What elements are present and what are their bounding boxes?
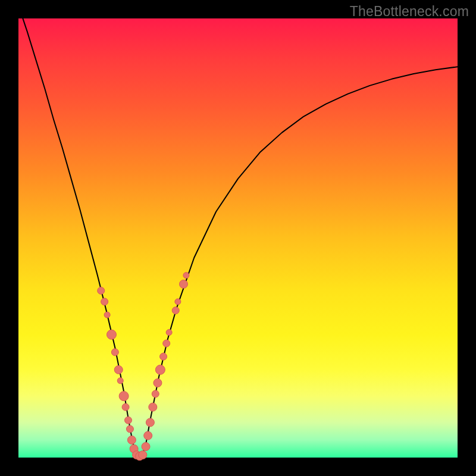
- scatter-point: [179, 280, 187, 288]
- scatter-point: [142, 443, 150, 451]
- watermark-text: TheBottleneck.com: [350, 4, 469, 20]
- chart-svg: [18, 18, 458, 458]
- scatter-point: [98, 287, 105, 295]
- scatter-point: [152, 390, 159, 397]
- chart-frame: TheBottleneck.com: [0, 0, 476, 476]
- scatter-point: [119, 392, 129, 401]
- scatter-point: [111, 349, 118, 356]
- bottleneck-curve: [18, 5, 458, 458]
- scatter-point: [107, 330, 116, 339]
- scatter-point: [172, 307, 179, 314]
- scatter-point: [166, 330, 172, 336]
- scatter-point: [146, 418, 154, 427]
- scatter-point: [139, 451, 147, 459]
- scatter-point: [127, 436, 136, 444]
- scatter-point: [122, 403, 129, 411]
- scatter-point: [149, 403, 157, 411]
- scatter-point: [175, 299, 181, 305]
- scatter-point: [126, 425, 133, 433]
- scatter-group: [98, 273, 189, 461]
- plot-area: [18, 18, 458, 458]
- scatter-point: [117, 378, 123, 384]
- scatter-point: [104, 312, 110, 318]
- scatter-point: [155, 365, 165, 374]
- scatter-point: [125, 416, 132, 424]
- scatter-point: [144, 431, 152, 440]
- scatter-point: [160, 353, 167, 360]
- scatter-point: [114, 365, 123, 374]
- scatter-point: [183, 273, 189, 278]
- scatter-point: [163, 340, 170, 347]
- scatter-point: [101, 298, 108, 305]
- scatter-point: [154, 379, 162, 387]
